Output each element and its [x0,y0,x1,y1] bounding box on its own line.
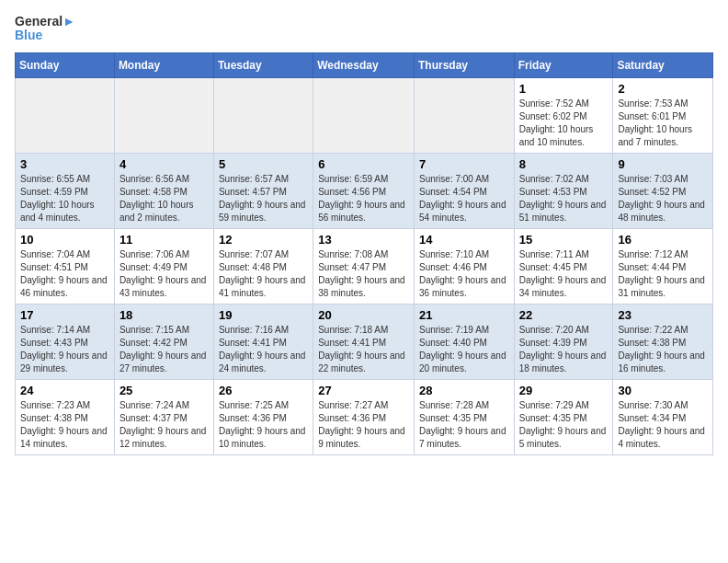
logo: General► Blue [15,15,75,43]
day-info: Sunrise: 7:16 AM Sunset: 4:41 PM Dayligh… [219,324,308,375]
calendar-cell: 22Sunrise: 7:20 AM Sunset: 4:39 PM Dayli… [514,304,613,379]
calendar-cell: 6Sunrise: 6:59 AM Sunset: 4:56 PM Daylig… [313,153,415,228]
day-info: Sunrise: 7:25 AM Sunset: 4:36 PM Dayligh… [219,399,308,451]
calendar-cell: 27Sunrise: 7:27 AM Sunset: 4:36 PM Dayli… [313,379,415,454]
day-info: Sunrise: 6:55 AM Sunset: 4:59 PM Dayligh… [20,173,109,224]
day-number: 6 [318,157,409,171]
day-number: 27 [318,384,409,397]
calendar-cell: 16Sunrise: 7:12 AM Sunset: 4:44 PM Dayli… [613,228,713,304]
day-info: Sunrise: 7:30 AM Sunset: 4:34 PM Dayligh… [618,399,708,451]
calendar-cell: 4Sunrise: 6:56 AM Sunset: 4:58 PM Daylig… [114,153,213,228]
calendar-cell: 30Sunrise: 7:30 AM Sunset: 4:34 PM Dayli… [613,379,713,454]
weekday-header-monday: Monday [114,52,213,77]
calendar-cell: 24Sunrise: 7:23 AM Sunset: 4:38 PM Dayli… [16,379,115,454]
day-number: 7 [419,157,509,171]
day-info: Sunrise: 7:02 AM Sunset: 4:53 PM Dayligh… [519,173,609,224]
weekday-header-sunday: Sunday [16,52,115,77]
day-info: Sunrise: 7:24 AM Sunset: 4:37 PM Dayligh… [119,399,209,451]
weekday-header-saturday: Saturday [613,52,713,77]
calendar-cell [213,77,313,153]
day-info: Sunrise: 7:08 AM Sunset: 4:47 PM Dayligh… [318,248,409,300]
calendar-cell: 13Sunrise: 7:08 AM Sunset: 4:47 PM Dayli… [313,228,415,304]
day-number: 8 [519,157,609,171]
day-number: 30 [618,384,708,397]
day-info: Sunrise: 7:03 AM Sunset: 4:52 PM Dayligh… [618,173,708,224]
day-info: Sunrise: 7:15 AM Sunset: 4:42 PM Dayligh… [119,324,209,375]
day-info: Sunrise: 7:06 AM Sunset: 4:49 PM Dayligh… [119,248,209,300]
calendar-week-2: 3Sunrise: 6:55 AM Sunset: 4:59 PM Daylig… [16,153,713,228]
weekday-header-wednesday: Wednesday [313,52,415,77]
weekday-header-thursday: Thursday [414,52,514,77]
logo-text-blue: Blue [15,29,75,42]
calendar-cell [16,77,115,153]
day-info: Sunrise: 7:10 AM Sunset: 4:46 PM Dayligh… [419,248,509,300]
calendar-cell: 12Sunrise: 7:07 AM Sunset: 4:48 PM Dayli… [213,228,313,304]
weekday-header-friday: Friday [514,52,613,77]
calendar-cell: 8Sunrise: 7:02 AM Sunset: 4:53 PM Daylig… [514,153,613,228]
day-info: Sunrise: 7:19 AM Sunset: 4:40 PM Dayligh… [419,324,509,375]
calendar-week-4: 17Sunrise: 7:14 AM Sunset: 4:43 PM Dayli… [16,304,713,379]
page-header: General► Blue [15,15,713,43]
calendar-week-1: 1Sunrise: 7:52 AM Sunset: 6:02 PM Daylig… [16,77,713,153]
day-number: 1 [519,82,609,96]
day-number: 29 [519,384,609,397]
day-info: Sunrise: 7:00 AM Sunset: 4:54 PM Dayligh… [419,173,509,224]
logo-container: General► Blue [15,15,75,43]
day-number: 4 [119,157,209,171]
day-info: Sunrise: 7:23 AM Sunset: 4:38 PM Dayligh… [20,399,109,451]
day-info: Sunrise: 6:57 AM Sunset: 4:57 PM Dayligh… [219,173,308,224]
day-info: Sunrise: 7:20 AM Sunset: 4:39 PM Dayligh… [519,324,609,375]
calendar-cell: 20Sunrise: 7:18 AM Sunset: 4:41 PM Dayli… [313,304,415,379]
day-info: Sunrise: 7:14 AM Sunset: 4:43 PM Dayligh… [20,324,109,375]
calendar-table: SundayMondayTuesdayWednesdayThursdayFrid… [15,52,713,455]
calendar-cell: 26Sunrise: 7:25 AM Sunset: 4:36 PM Dayli… [213,379,313,454]
calendar-cell: 7Sunrise: 7:00 AM Sunset: 4:54 PM Daylig… [414,153,514,228]
calendar-week-3: 10Sunrise: 7:04 AM Sunset: 4:51 PM Dayli… [16,228,713,304]
calendar-cell: 3Sunrise: 6:55 AM Sunset: 4:59 PM Daylig… [16,153,115,228]
day-info: Sunrise: 7:28 AM Sunset: 4:35 PM Dayligh… [419,399,509,451]
day-number: 3 [20,157,109,171]
calendar-cell: 1Sunrise: 7:52 AM Sunset: 6:02 PM Daylig… [514,77,613,153]
day-number: 17 [20,308,109,322]
calendar-cell [414,77,514,153]
weekday-header-row: SundayMondayTuesdayWednesdayThursdayFrid… [16,52,713,77]
day-info: Sunrise: 7:12 AM Sunset: 4:44 PM Dayligh… [618,248,708,300]
day-number: 13 [318,233,409,247]
day-number: 10 [20,233,109,247]
day-info: Sunrise: 7:07 AM Sunset: 4:48 PM Dayligh… [219,248,308,300]
calendar-cell: 10Sunrise: 7:04 AM Sunset: 4:51 PM Dayli… [16,228,115,304]
calendar-cell: 9Sunrise: 7:03 AM Sunset: 4:52 PM Daylig… [613,153,713,228]
day-number: 14 [419,233,509,247]
calendar-cell: 15Sunrise: 7:11 AM Sunset: 4:45 PM Dayli… [514,228,613,304]
calendar-cell: 18Sunrise: 7:15 AM Sunset: 4:42 PM Dayli… [114,304,213,379]
calendar-cell: 29Sunrise: 7:29 AM Sunset: 4:35 PM Dayli… [514,379,613,454]
calendar-cell [114,77,213,153]
calendar-cell: 23Sunrise: 7:22 AM Sunset: 4:38 PM Dayli… [613,304,713,379]
day-number: 19 [219,308,308,322]
day-number: 11 [119,233,209,247]
day-info: Sunrise: 7:27 AM Sunset: 4:36 PM Dayligh… [318,399,409,451]
day-number: 5 [219,157,308,171]
day-number: 25 [119,384,209,397]
day-number: 20 [318,308,409,322]
day-number: 12 [219,233,308,247]
calendar-cell: 14Sunrise: 7:10 AM Sunset: 4:46 PM Dayli… [414,228,514,304]
day-info: Sunrise: 7:18 AM Sunset: 4:41 PM Dayligh… [318,324,409,375]
day-info: Sunrise: 7:04 AM Sunset: 4:51 PM Dayligh… [20,248,109,300]
day-info: Sunrise: 6:59 AM Sunset: 4:56 PM Dayligh… [318,173,409,224]
day-info: Sunrise: 7:22 AM Sunset: 4:38 PM Dayligh… [618,324,708,375]
day-number: 9 [618,157,708,171]
day-number: 15 [519,233,609,247]
day-number: 21 [419,308,509,322]
calendar-cell: 11Sunrise: 7:06 AM Sunset: 4:49 PM Dayli… [114,228,213,304]
day-number: 26 [219,384,308,397]
weekday-header-tuesday: Tuesday [213,52,313,77]
calendar-cell: 5Sunrise: 6:57 AM Sunset: 4:57 PM Daylig… [213,153,313,228]
calendar-cell: 21Sunrise: 7:19 AM Sunset: 4:40 PM Dayli… [414,304,514,379]
day-info: Sunrise: 7:52 AM Sunset: 6:02 PM Dayligh… [519,98,609,149]
calendar-cell: 17Sunrise: 7:14 AM Sunset: 4:43 PM Dayli… [16,304,115,379]
day-number: 24 [20,384,109,397]
day-number: 2 [618,82,708,96]
calendar-cell [313,77,415,153]
day-info: Sunrise: 6:56 AM Sunset: 4:58 PM Dayligh… [119,173,209,224]
